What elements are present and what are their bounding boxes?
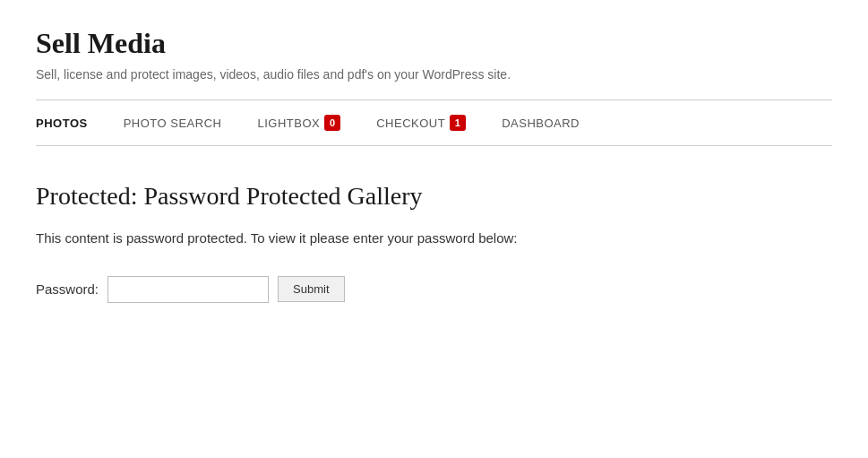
page-description: This content is password protected. To v…	[36, 229, 832, 249]
nav-item-checkout[interactable]: CHECKOUT 1	[376, 115, 466, 131]
password-label: Password:	[36, 281, 99, 297]
site-title: Sell Media	[36, 27, 832, 60]
nav-label-photos: PHOTOS	[36, 117, 88, 130]
password-input[interactable]	[107, 276, 269, 303]
nav-label-dashboard: DASHBOARD	[502, 117, 580, 130]
lightbox-badge: 0	[324, 115, 340, 131]
password-form: Password: Submit	[36, 276, 832, 303]
nav-label-lightbox: LIGHTBOX	[257, 117, 320, 130]
nav-label-checkout: CHECKOUT	[376, 117, 445, 130]
site-header: Sell Media Sell, license and protect ima…	[36, 27, 832, 82]
nav-item-dashboard[interactable]: DASHBOARD	[502, 117, 580, 130]
nav-item-lightbox[interactable]: LIGHTBOX 0	[257, 115, 340, 131]
main-content: Protected: Password Protected Gallery Th…	[36, 146, 832, 303]
site-tagline: Sell, license and protect images, videos…	[36, 67, 832, 82]
nav-label-photo-search: PHOTO SEARCH	[124, 117, 222, 130]
page-title: Protected: Password Protected Gallery	[36, 182, 832, 211]
checkout-badge: 1	[450, 115, 466, 131]
submit-button[interactable]: Submit	[278, 276, 344, 302]
nav-item-photos[interactable]: PHOTOS	[36, 117, 88, 130]
nav-item-photo-search[interactable]: PHOTO SEARCH	[124, 117, 222, 130]
nav-bar: PHOTOS PHOTO SEARCH LIGHTBOX 0 CHECKOUT …	[36, 100, 832, 146]
